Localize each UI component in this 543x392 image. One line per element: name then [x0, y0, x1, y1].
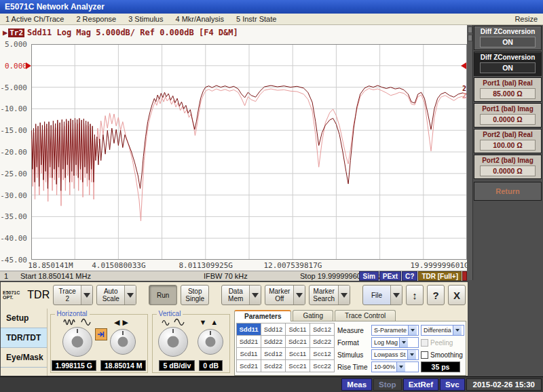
softkey-diff-zconversion[interactable]: Diff ZConversionON — [474, 26, 542, 50]
sparam-cell-sdc12[interactable]: Sdc12 — [310, 323, 335, 336]
topology-select[interactable]: Differentia — [421, 325, 464, 336]
sparam-cell-scd22[interactable]: Scd22 — [261, 359, 286, 372]
sparam-cell-scd12[interactable]: Scd12 — [261, 347, 286, 360]
status-badge-tdr-full-: TDR [Full+] — [418, 271, 462, 281]
trace-2-button[interactable]: Trace2 — [53, 285, 93, 305]
close-button[interactable]: X — [448, 285, 466, 305]
toolbar-button-label: MarkerSearch — [310, 286, 338, 305]
tdr-content: SetupTDR/TDTEye/Mask Horizontal — [1, 309, 468, 376]
sparam-cell-sdc11[interactable]: Sdc11 — [285, 323, 310, 336]
ifbw-readout: IFBW 70 kHz — [204, 272, 248, 280]
y-tick-label: -10.00 — [0, 104, 27, 113]
active-trace-marker-icon: ▶ — [3, 28, 7, 37]
horizontal-position-knob[interactable] — [110, 329, 136, 355]
softkey-label: Diff ZConversion — [475, 54, 540, 61]
datetime-display: 2015-02-26 15:30 — [466, 378, 542, 391]
y-axis-labels: 5.0000.000-5.000-10.00-15.00-20.00-25.00… — [0, 44, 29, 260]
sparam-cell-sdc21[interactable]: Sdc21 — [285, 335, 310, 348]
vertical-scale-knob[interactable] — [158, 327, 188, 357]
dropdown-arrow-icon — [390, 286, 402, 305]
marker-off-button[interactable]: MarkerOff — [265, 285, 305, 305]
softkey-port2-bal-imag[interactable]: Port2 (bal) Imag0.0000 Ω — [474, 155, 542, 179]
single-wave-icon — [81, 316, 91, 328]
softkey-label: Port1 (bal) Real — [475, 79, 540, 87]
status-badge-sim: Sim — [359, 271, 378, 281]
sparam-cell-scd21[interactable]: Scd21 — [236, 359, 261, 372]
sparam-cell-scd11[interactable]: Scd11 — [236, 347, 261, 360]
softkey-diff-zconversion[interactable]: Diff ZConversionON — [474, 52, 542, 76]
risetime-select[interactable]: 10-90% — [371, 361, 419, 372]
stop-single-button[interactable]: StopSingle — [181, 285, 209, 305]
measure-select[interactable]: S-Paramete — [371, 325, 419, 336]
param-tab-gating[interactable]: Gating — [293, 310, 333, 321]
ref-level-arrow-left-icon — [26, 62, 31, 69]
file-button[interactable]: File — [362, 285, 402, 305]
updown-button[interactable]: ↕ — [406, 285, 424, 305]
horizontal-scale-knob[interactable] — [62, 327, 92, 357]
tdr-tab-list: SetupTDR/TDTEye/Mask — [1, 309, 48, 376]
menu-item-5[interactable]: 5 Instr State — [236, 15, 276, 23]
risetime-label: Rise Time — [337, 364, 369, 371]
softkey-value: ON — [480, 37, 536, 47]
dropdown-arrow-icon — [408, 326, 417, 335]
y-tick-label: -25.00 — [0, 170, 27, 178]
menu-item-3[interactable]: 3 Stimulus — [128, 15, 163, 23]
softkey-return[interactable]: Return — [474, 182, 542, 201]
sparam-cell-scc21[interactable]: Scc21 — [285, 359, 310, 372]
trace-status-line[interactable]: ▶Tr2Sdd11 Log Mag 5.000dB/ Ref 0.000dB [… — [3, 27, 238, 38]
meas-status-badge: Meas — [341, 378, 372, 391]
menu-bar: 1 Active Ch/Trace2 Response3 Stimulus4 M… — [0, 14, 543, 25]
dropdown-arrow-icon — [407, 350, 416, 359]
tdr-tab-setup[interactable]: Setup — [1, 309, 47, 328]
small-wave-icon — [162, 316, 170, 328]
dropdown-arrow-icon — [338, 286, 350, 305]
plot-area[interactable] — [31, 44, 467, 260]
entry-arrow-button[interactable] — [95, 328, 107, 340]
channel-number: 1 — [4, 272, 8, 280]
auto-scale-button[interactable]: AutoScale — [96, 285, 136, 305]
dropdown-arrow-icon — [249, 286, 261, 305]
y-tick-label: 5.000 — [0, 40, 27, 49]
toolbar-button-label: AutoScale — [97, 286, 124, 305]
vertical-position-knob[interactable] — [198, 329, 223, 355]
x-tick-label: 19.999999601G — [410, 261, 468, 270]
vertical-group: Vertical ▼▲ 5 dB/div — [152, 314, 230, 373]
param-tab-parameters[interactable]: Parameters — [234, 310, 291, 321]
y-tick-label: -35.00 — [0, 212, 27, 221]
menu-item-1[interactable]: 1 Active Ch/Trace — [5, 15, 64, 23]
tdr-app-logo: E5071COPT. — [3, 290, 24, 300]
tdr-toolbar-buttons: Trace2AutoScaleRunStopSingleDataMemMarke… — [53, 285, 466, 305]
sparam-cell-sdd11[interactable]: Sdd11 — [236, 323, 261, 336]
sparam-cell-sdd12[interactable]: Sdd12 — [261, 323, 286, 336]
menu-item-4[interactable]: 4 Mkr/Analysis — [175, 15, 224, 23]
data-mem-button[interactable]: DataMem — [221, 285, 261, 305]
sparam-cell-scc11[interactable]: Scc11 — [285, 347, 310, 360]
resize-button[interactable]: Resize — [514, 15, 538, 23]
trace-end-label-2: 2 — [462, 85, 466, 92]
tdr-tab-eye-mask[interactable]: Eye/Mask — [1, 348, 47, 368]
status-badges: SimPExtC?TDR [Full+] — [359, 271, 467, 281]
sparam-cell-scc22[interactable]: Scc22 — [310, 359, 335, 372]
marker-search-button[interactable]: MarkerSearch — [309, 285, 350, 305]
softkey-port1-bal-imag[interactable]: Port1 (bal) Imag0.0000 Ω — [474, 103, 542, 128]
down-up-arrows-icon: ▼▲ — [199, 318, 222, 326]
smoothing-checkbox[interactable] — [421, 351, 428, 359]
softkey-port2-bal-real[interactable]: Port2 (bal) Real100.00 Ω — [474, 129, 542, 153]
y-tick-label: -40.00 — [0, 234, 27, 243]
format-select[interactable]: Log Mag — [371, 337, 419, 348]
extref-status-badge: ExtRef — [403, 378, 438, 391]
sparam-cell-sdc22[interactable]: Sdc22 — [310, 335, 335, 348]
softkey-port1-bal-real[interactable]: Port1 (bal) Real85.000 Ω — [474, 77, 542, 102]
help-button[interactable]: ? — [427, 285, 445, 305]
run-button[interactable]: Run — [149, 285, 177, 305]
stimulus-select[interactable]: Lowpass St — [371, 349, 419, 360]
tdr-tab-tdr-tdt[interactable]: TDR/TDT — [1, 328, 47, 348]
param-tab-trace-control[interactable]: Trace Control — [335, 310, 396, 321]
sparam-cell-scc12[interactable]: Scc12 — [310, 347, 335, 360]
parameters-panel: Sdd11Sdd12Sdc11Sdc12Sdd21Sdd22Sdc21Sdc22… — [234, 321, 466, 376]
sparam-cell-sdd21[interactable]: Sdd21 — [236, 335, 261, 348]
menu-item-2[interactable]: 2 Response — [76, 15, 116, 23]
softkey-scrollbar[interactable] — [467, 25, 473, 280]
trace-badge: Tr2 — [8, 28, 24, 37]
sparam-cell-sdd22[interactable]: Sdd22 — [261, 335, 286, 348]
